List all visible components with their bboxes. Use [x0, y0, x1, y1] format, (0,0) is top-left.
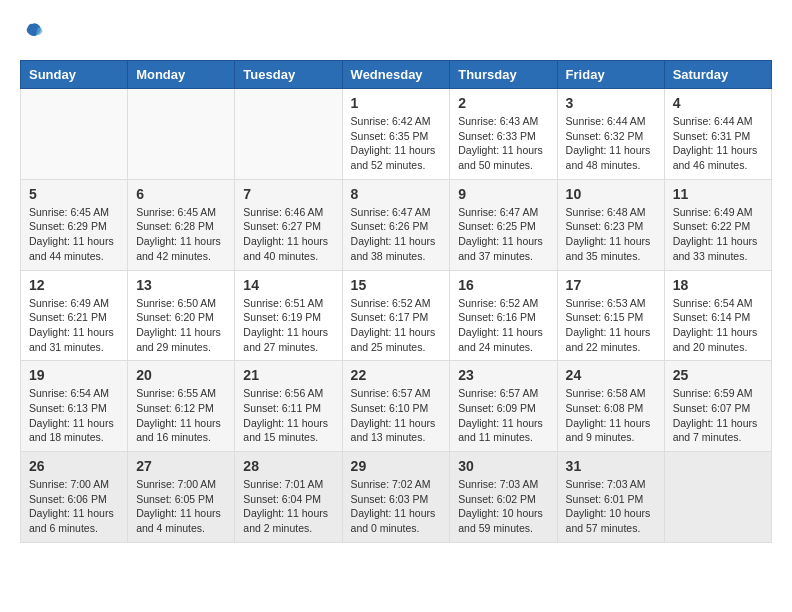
day-number: 6 [136, 186, 226, 202]
day-number: 5 [29, 186, 119, 202]
calendar-cell: 30Sunrise: 7:03 AMSunset: 6:02 PMDayligh… [450, 452, 557, 543]
calendar-week-2: 5Sunrise: 6:45 AMSunset: 6:29 PMDaylight… [21, 179, 772, 270]
calendar-table: SundayMondayTuesdayWednesdayThursdayFrid… [20, 60, 772, 543]
calendar-cell: 27Sunrise: 7:00 AMSunset: 6:05 PMDayligh… [128, 452, 235, 543]
day-info: Sunrise: 6:55 AMSunset: 6:12 PMDaylight:… [136, 386, 226, 445]
day-info: Sunrise: 7:02 AMSunset: 6:03 PMDaylight:… [351, 477, 442, 536]
day-number: 21 [243, 367, 333, 383]
calendar-week-1: 1Sunrise: 6:42 AMSunset: 6:35 PMDaylight… [21, 89, 772, 180]
column-header-friday: Friday [557, 61, 664, 89]
calendar-cell: 6Sunrise: 6:45 AMSunset: 6:28 PMDaylight… [128, 179, 235, 270]
day-number: 16 [458, 277, 548, 293]
day-number: 3 [566, 95, 656, 111]
column-header-wednesday: Wednesday [342, 61, 450, 89]
logo [20, 20, 48, 44]
day-number: 8 [351, 186, 442, 202]
day-number: 12 [29, 277, 119, 293]
day-number: 24 [566, 367, 656, 383]
day-info: Sunrise: 6:44 AMSunset: 6:32 PMDaylight:… [566, 114, 656, 173]
calendar-cell: 26Sunrise: 7:00 AMSunset: 6:06 PMDayligh… [21, 452, 128, 543]
logo-icon [20, 20, 44, 44]
day-info: Sunrise: 6:57 AMSunset: 6:10 PMDaylight:… [351, 386, 442, 445]
day-number: 9 [458, 186, 548, 202]
day-number: 15 [351, 277, 442, 293]
calendar-cell [235, 89, 342, 180]
calendar-cell: 7Sunrise: 6:46 AMSunset: 6:27 PMDaylight… [235, 179, 342, 270]
day-info: Sunrise: 6:59 AMSunset: 6:07 PMDaylight:… [673, 386, 763, 445]
calendar-week-4: 19Sunrise: 6:54 AMSunset: 6:13 PMDayligh… [21, 361, 772, 452]
day-info: Sunrise: 6:47 AMSunset: 6:25 PMDaylight:… [458, 205, 548, 264]
calendar-cell: 24Sunrise: 6:58 AMSunset: 6:08 PMDayligh… [557, 361, 664, 452]
day-info: Sunrise: 6:45 AMSunset: 6:29 PMDaylight:… [29, 205, 119, 264]
column-header-thursday: Thursday [450, 61, 557, 89]
calendar-cell: 11Sunrise: 6:49 AMSunset: 6:22 PMDayligh… [664, 179, 771, 270]
day-number: 11 [673, 186, 763, 202]
calendar-cell: 23Sunrise: 6:57 AMSunset: 6:09 PMDayligh… [450, 361, 557, 452]
page-header [20, 20, 772, 44]
calendar-cell: 8Sunrise: 6:47 AMSunset: 6:26 PMDaylight… [342, 179, 450, 270]
day-info: Sunrise: 6:45 AMSunset: 6:28 PMDaylight:… [136, 205, 226, 264]
calendar-cell [664, 452, 771, 543]
day-number: 29 [351, 458, 442, 474]
day-info: Sunrise: 7:01 AMSunset: 6:04 PMDaylight:… [243, 477, 333, 536]
day-info: Sunrise: 6:49 AMSunset: 6:22 PMDaylight:… [673, 205, 763, 264]
day-info: Sunrise: 6:50 AMSunset: 6:20 PMDaylight:… [136, 296, 226, 355]
day-info: Sunrise: 6:46 AMSunset: 6:27 PMDaylight:… [243, 205, 333, 264]
day-number: 13 [136, 277, 226, 293]
calendar-week-5: 26Sunrise: 7:00 AMSunset: 6:06 PMDayligh… [21, 452, 772, 543]
column-header-tuesday: Tuesday [235, 61, 342, 89]
day-number: 1 [351, 95, 442, 111]
day-info: Sunrise: 6:43 AMSunset: 6:33 PMDaylight:… [458, 114, 548, 173]
day-info: Sunrise: 6:51 AMSunset: 6:19 PMDaylight:… [243, 296, 333, 355]
calendar-cell: 3Sunrise: 6:44 AMSunset: 6:32 PMDaylight… [557, 89, 664, 180]
day-number: 26 [29, 458, 119, 474]
calendar-cell: 17Sunrise: 6:53 AMSunset: 6:15 PMDayligh… [557, 270, 664, 361]
day-info: Sunrise: 7:00 AMSunset: 6:05 PMDaylight:… [136, 477, 226, 536]
calendar-cell: 29Sunrise: 7:02 AMSunset: 6:03 PMDayligh… [342, 452, 450, 543]
calendar-header-row: SundayMondayTuesdayWednesdayThursdayFrid… [21, 61, 772, 89]
calendar-cell: 28Sunrise: 7:01 AMSunset: 6:04 PMDayligh… [235, 452, 342, 543]
calendar-cell: 5Sunrise: 6:45 AMSunset: 6:29 PMDaylight… [21, 179, 128, 270]
day-number: 27 [136, 458, 226, 474]
day-info: Sunrise: 7:03 AMSunset: 6:01 PMDaylight:… [566, 477, 656, 536]
day-info: Sunrise: 7:00 AMSunset: 6:06 PMDaylight:… [29, 477, 119, 536]
calendar-cell: 31Sunrise: 7:03 AMSunset: 6:01 PMDayligh… [557, 452, 664, 543]
calendar-cell: 19Sunrise: 6:54 AMSunset: 6:13 PMDayligh… [21, 361, 128, 452]
day-number: 25 [673, 367, 763, 383]
calendar-cell: 1Sunrise: 6:42 AMSunset: 6:35 PMDaylight… [342, 89, 450, 180]
day-info: Sunrise: 6:42 AMSunset: 6:35 PMDaylight:… [351, 114, 442, 173]
column-header-saturday: Saturday [664, 61, 771, 89]
calendar-cell: 22Sunrise: 6:57 AMSunset: 6:10 PMDayligh… [342, 361, 450, 452]
day-number: 14 [243, 277, 333, 293]
day-info: Sunrise: 6:48 AMSunset: 6:23 PMDaylight:… [566, 205, 656, 264]
calendar-cell: 13Sunrise: 6:50 AMSunset: 6:20 PMDayligh… [128, 270, 235, 361]
column-header-monday: Monday [128, 61, 235, 89]
calendar-cell: 21Sunrise: 6:56 AMSunset: 6:11 PMDayligh… [235, 361, 342, 452]
calendar-week-3: 12Sunrise: 6:49 AMSunset: 6:21 PMDayligh… [21, 270, 772, 361]
day-info: Sunrise: 6:58 AMSunset: 6:08 PMDaylight:… [566, 386, 656, 445]
calendar-cell: 14Sunrise: 6:51 AMSunset: 6:19 PMDayligh… [235, 270, 342, 361]
day-info: Sunrise: 6:56 AMSunset: 6:11 PMDaylight:… [243, 386, 333, 445]
calendar-cell: 10Sunrise: 6:48 AMSunset: 6:23 PMDayligh… [557, 179, 664, 270]
calendar-cell: 25Sunrise: 6:59 AMSunset: 6:07 PMDayligh… [664, 361, 771, 452]
day-number: 28 [243, 458, 333, 474]
calendar-cell: 16Sunrise: 6:52 AMSunset: 6:16 PMDayligh… [450, 270, 557, 361]
day-info: Sunrise: 6:54 AMSunset: 6:13 PMDaylight:… [29, 386, 119, 445]
day-info: Sunrise: 7:03 AMSunset: 6:02 PMDaylight:… [458, 477, 548, 536]
day-info: Sunrise: 6:53 AMSunset: 6:15 PMDaylight:… [566, 296, 656, 355]
day-info: Sunrise: 6:54 AMSunset: 6:14 PMDaylight:… [673, 296, 763, 355]
day-number: 20 [136, 367, 226, 383]
day-number: 31 [566, 458, 656, 474]
day-number: 7 [243, 186, 333, 202]
calendar-cell: 12Sunrise: 6:49 AMSunset: 6:21 PMDayligh… [21, 270, 128, 361]
day-number: 23 [458, 367, 548, 383]
day-number: 18 [673, 277, 763, 293]
day-number: 4 [673, 95, 763, 111]
day-number: 30 [458, 458, 548, 474]
calendar-cell: 4Sunrise: 6:44 AMSunset: 6:31 PMDaylight… [664, 89, 771, 180]
calendar-cell: 20Sunrise: 6:55 AMSunset: 6:12 PMDayligh… [128, 361, 235, 452]
column-header-sunday: Sunday [21, 61, 128, 89]
day-info: Sunrise: 6:52 AMSunset: 6:17 PMDaylight:… [351, 296, 442, 355]
calendar-cell: 2Sunrise: 6:43 AMSunset: 6:33 PMDaylight… [450, 89, 557, 180]
day-info: Sunrise: 6:52 AMSunset: 6:16 PMDaylight:… [458, 296, 548, 355]
